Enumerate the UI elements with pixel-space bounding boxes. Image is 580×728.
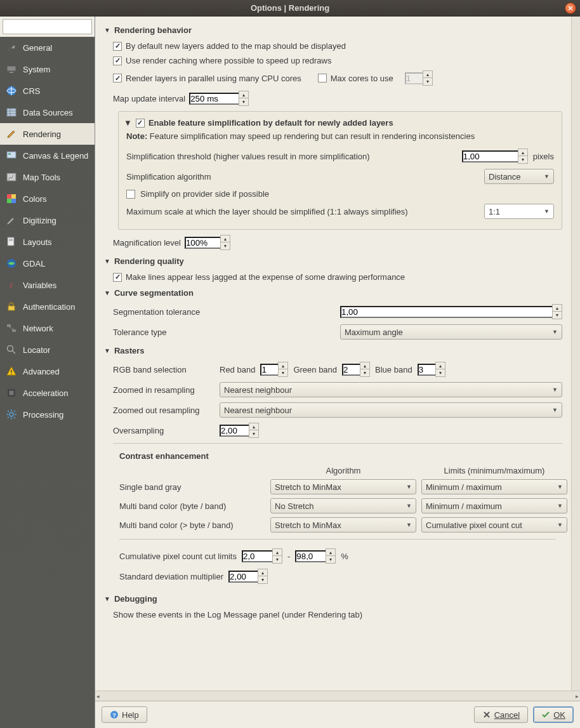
scroll-right-icon[interactable]: ▸ (576, 693, 579, 699)
rgb-label: RGB band selection (113, 365, 214, 374)
checkbox-render-caching[interactable] (113, 56, 122, 65)
spin-down-icon[interactable]: ▾ (423, 78, 432, 85)
red-band-spin[interactable]: ▴▾ (260, 362, 288, 377)
checkbox-max-cores[interactable] (318, 74, 327, 83)
svg-rect-19 (11, 199, 16, 203)
threshold-label: Simplification threshold (higher values … (126, 152, 370, 161)
sidebar-item-crs[interactable]: CRS (0, 80, 95, 102)
provider-label: Simplify on provider side if possible (140, 189, 269, 199)
magnification-label: Magnification level (113, 238, 181, 248)
sidebar-item-datasources[interactable]: Data Sources (0, 102, 95, 123)
ok-button[interactable]: OK (533, 706, 574, 723)
search-input[interactable] (3, 19, 92, 34)
svg-rect-20 (8, 237, 14, 246)
button-bar: ?Help Cancel OK (95, 701, 580, 728)
checkbox-label: By default new layers added to the map s… (126, 41, 346, 51)
zoomedin-select[interactable]: Nearest neighbour▼ (220, 382, 562, 397)
dash-label: - (287, 552, 290, 561)
oversamp-spin[interactable]: ▴▾ (220, 423, 259, 438)
checkbox-antialias[interactable] (113, 273, 122, 282)
sidebar-item-variables[interactable]: εVariables (0, 274, 95, 296)
sidebar-item-canvas[interactable]: Canvas & Legend (0, 145, 95, 166)
section-curve-head[interactable]: ▼Curve segmentation (104, 284, 562, 301)
sidebar-item-label: General (23, 43, 52, 53)
section-behavior-head[interactable]: ▼Rendering behavior (104, 22, 562, 39)
sidebar-item-gdal[interactable]: GDAL (0, 253, 95, 274)
scroll-left-icon[interactable]: ◂ (96, 693, 100, 699)
close-button[interactable] (565, 3, 576, 14)
section-debug-head[interactable]: ▼Debugging (104, 590, 562, 607)
cum-high-spin[interactable]: ▴▾ (295, 548, 336, 564)
green-band-spin[interactable]: ▴▾ (342, 362, 370, 377)
spin-up-icon[interactable]: ▴ (423, 71, 432, 78)
checkbox-provider-simplify[interactable] (126, 190, 135, 199)
svg-line-40 (14, 417, 15, 418)
sidebar-item-auth[interactable]: Authentication (0, 296, 95, 317)
gear-icon (5, 408, 18, 421)
close-icon (568, 6, 573, 11)
tol-type-select[interactable]: Maximum angle▼ (340, 324, 562, 340)
checkbox-default-display[interactable] (113, 42, 122, 51)
checkbox-label: Use render caching where possible to spe… (126, 56, 331, 65)
oversamp-label: Oversampling (113, 426, 214, 435)
sidebar-item-label: CRS (23, 86, 40, 96)
checkbox-label: Render layers in parallel using many CPU… (126, 74, 301, 83)
brush-icon (5, 128, 18, 140)
stddev-label: Standard deviation multiplier (119, 572, 223, 581)
svg-text:ε: ε (10, 281, 13, 289)
cum-low-spin[interactable]: ▴▾ (242, 548, 282, 564)
sidebar-item-advanced[interactable]: Advanced (0, 361, 95, 382)
sidebar-item-locator[interactable]: Locator (0, 339, 95, 361)
chevron-down-icon: ▼ (552, 407, 558, 413)
spin-down-icon[interactable]: ▾ (239, 98, 248, 105)
contrast-limits-select[interactable]: Cumulative pixel count cut▼ (421, 517, 567, 533)
chevron-down-icon: ▼ (104, 595, 110, 602)
maxscale-select[interactable]: 1:1▼ (484, 204, 554, 219)
svg-rect-9 (7, 109, 16, 116)
sidebar-item-colors[interactable]: Colors (0, 188, 95, 209)
chevron-down-icon: ▼ (104, 27, 110, 34)
checkbox-simplify-enable[interactable] (136, 119, 145, 128)
contrast-algo-select[interactable]: Stretch to MinMax▼ (270, 517, 416, 533)
svg-rect-14 (8, 153, 11, 155)
sidebar-item-system[interactable]: System (0, 58, 95, 80)
svg-rect-5 (10, 72, 13, 73)
contrast-algo-select[interactable]: No Stretch▼ (270, 498, 416, 513)
spin-up-icon[interactable]: ▴ (239, 91, 248, 98)
algo-select[interactable]: Distance▼ (484, 169, 554, 184)
magnification-spin[interactable]: ▴▾ (185, 235, 230, 250)
sidebar-item-accel[interactable]: Acceleration (0, 382, 95, 404)
contrast-algo-select[interactable]: Stretch to MinMax▼ (270, 479, 416, 494)
cancel-button[interactable]: Cancel (474, 706, 528, 723)
help-button[interactable]: ?Help (102, 706, 147, 723)
simplify-title: Enable feature simplification by default… (148, 118, 393, 128)
horizontal-scrollbar[interactable]: ◂▸ (95, 691, 580, 701)
sidebar-item-network[interactable]: Network (0, 317, 95, 339)
section-rasters-head[interactable]: ▼Rasters (104, 342, 562, 359)
sidebar-item-rendering[interactable]: Rendering (0, 123, 95, 145)
sidebar-item-layouts[interactable]: Layouts (0, 231, 95, 253)
stddev-spin[interactable]: ▴▾ (228, 569, 268, 584)
contrast-limits-select[interactable]: Minimum / maximum▼ (421, 498, 567, 513)
max-cores-spin[interactable]: ▴▾ (405, 70, 433, 86)
variable-icon: ε (5, 279, 18, 291)
threshold-spin[interactable]: ▴▾ (462, 149, 528, 164)
sidebar-item-general[interactable]: General (0, 37, 95, 58)
map-update-spin[interactable]: ▴▾ (189, 91, 249, 106)
table-icon (5, 106, 18, 119)
checkbox-parallel[interactable] (113, 74, 122, 83)
section-quality-head[interactable]: ▼Rendering quality (104, 253, 562, 270)
blue-band-spin[interactable]: ▴▾ (418, 362, 445, 377)
contrast-limits-select[interactable]: Minimum / maximum▼ (421, 479, 567, 494)
sidebar-item-label: Advanced (23, 367, 60, 376)
sidebar-item-maptools[interactable]: Map Tools (0, 166, 95, 188)
sidebar-item-digitizing[interactable]: Digitizing (0, 209, 95, 231)
zoomedout-select[interactable]: Nearest neighbour▼ (220, 402, 562, 418)
sidebar-item-label: Authentication (23, 302, 75, 312)
vertical-scrollbar[interactable] (571, 17, 580, 691)
seg-tol-spin[interactable]: ▴▾ (340, 304, 562, 319)
column-header: Algorithm (270, 466, 416, 475)
sidebar-item-label: Acceleration (23, 388, 69, 398)
sidebar-item-processing[interactable]: Processing (0, 404, 95, 425)
sidebar-item-label: Network (23, 324, 53, 333)
